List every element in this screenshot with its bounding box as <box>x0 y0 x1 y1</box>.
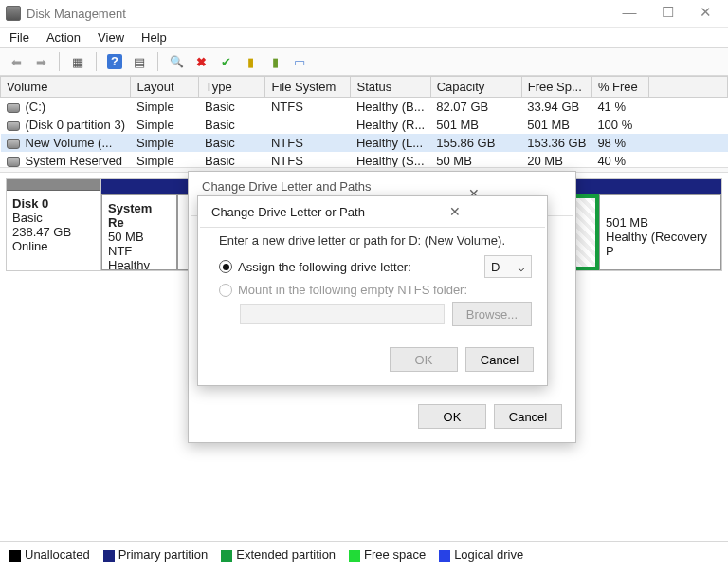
check-button[interactable] <box>215 51 236 72</box>
radio-bullet-icon <box>219 284 232 297</box>
part-line1: 50 MB NTF <box>108 230 144 258</box>
drive-icon <box>7 157 20 167</box>
browse-button: Browse... <box>452 302 532 326</box>
menu-action[interactable]: Action <box>46 30 81 45</box>
part-title: System Re <box>108 201 152 230</box>
disk-type: Basic <box>12 211 43 225</box>
volume-list: Volume Layout Type File System Status Ca… <box>0 76 728 167</box>
radio-assign-letter[interactable]: Assign the following drive letter: D ⌵ <box>219 255 532 278</box>
menu-file[interactable]: File <box>9 30 29 45</box>
dialog-body: Enter a new drive letter or path for D: … <box>198 228 547 338</box>
show-hide-console-tree-button[interactable] <box>67 51 88 72</box>
properties-button[interactable] <box>289 51 310 72</box>
radio-label: Mount in the following empty NTFS folder… <box>238 283 467 297</box>
volume-table[interactable]: Volume Layout Type File System Status Ca… <box>0 76 728 167</box>
table-row[interactable]: (Disk 0 partition 3)SimpleBasicHealthy (… <box>1 116 728 134</box>
menu-bar: File Action View Help <box>0 27 728 47</box>
cancel-button[interactable]: Cancel <box>465 347 534 372</box>
toolbar-divider <box>96 52 97 71</box>
table-row[interactable]: New Volume (...SimpleBasicNTFSHealthy (L… <box>1 134 728 152</box>
change-drive-letter-dialog: Change Drive Letter or Path ✕ Enter a ne… <box>197 195 548 386</box>
dialog-footer: OK Cancel <box>189 395 575 442</box>
col-free[interactable]: Free Sp... <box>521 77 592 98</box>
partition-system-reserved[interactable]: System Re 50 MB NTF Healthy (Sy <box>101 194 177 270</box>
menu-help[interactable]: Help <box>141 30 167 45</box>
help-button[interactable] <box>104 51 125 72</box>
legend-logical: Logical drive <box>439 547 523 562</box>
minimize-button[interactable]: — <box>610 2 648 25</box>
part-line2: Healthy (Recovery P <box>606 230 707 258</box>
col-layout[interactable]: Layout <box>131 77 199 98</box>
back-button[interactable] <box>6 51 27 72</box>
col-status[interactable]: Status <box>351 77 430 98</box>
legend: Unallocated Primary partition Extended p… <box>0 541 728 567</box>
drive-icon <box>7 139 20 149</box>
window-title: Disk Management <box>27 7 610 21</box>
drive-icon <box>7 103 20 113</box>
refresh-button[interactable] <box>166 51 187 72</box>
ok-button[interactable]: OK <box>390 347 458 372</box>
drive-icon <box>7 121 20 131</box>
forward-button[interactable] <box>30 51 51 72</box>
col-pct[interactable]: % Free <box>592 77 648 98</box>
dialog-footer: OK Cancel <box>198 338 547 385</box>
action2-button[interactable] <box>264 51 285 72</box>
dialog-close-icon[interactable]: ✕ <box>373 204 536 219</box>
dialog-title: Change Drive Letter or Path <box>211 205 373 219</box>
ok-button[interactable]: OK <box>418 404 486 429</box>
legend-label: Logical drive <box>454 547 523 562</box>
dialog-instruction: Enter a new drive letter or path for D: … <box>219 233 532 248</box>
legend-label: Unallocated <box>25 547 90 562</box>
legend-extended: Extended partition <box>221 547 336 562</box>
legend-label: Free space <box>364 547 426 562</box>
legend-primary: Primary partition <box>103 547 209 562</box>
delete-button[interactable] <box>191 51 211 72</box>
toolbar <box>0 47 728 76</box>
drive-letter-value: D <box>491 260 500 274</box>
col-capacity[interactable]: Capacity <box>430 77 521 98</box>
disk-header-stripe <box>7 179 100 191</box>
radio-bullet-icon <box>219 260 232 273</box>
disk-info[interactable]: Disk 0 Basic 238.47 GB Online <box>7 179 101 270</box>
table-row[interactable]: System ReservedSimpleBasicNTFSHealthy (S… <box>1 152 728 167</box>
swatch-free <box>349 550 360 562</box>
swatch-primary <box>103 550 115 562</box>
legend-label: Extended partition <box>236 547 336 562</box>
legend-label: Primary partition <box>118 547 209 562</box>
legend-free: Free space <box>349 547 426 562</box>
maximize-button[interactable]: ☐ <box>648 2 686 25</box>
col-spacer <box>648 77 727 98</box>
swatch-unallocated <box>9 550 21 562</box>
disk-label: Disk 0 <box>12 196 48 211</box>
legend-unallocated: Unallocated <box>9 547 90 562</box>
col-fs[interactable]: File System <box>265 77 351 98</box>
disk-size: 238.47 GB <box>12 225 71 239</box>
mount-path-input <box>240 304 445 324</box>
disk-state: Online <box>12 239 48 253</box>
part-line1: 501 MB <box>606 215 648 230</box>
menu-view[interactable]: View <box>98 30 124 45</box>
app-icon <box>6 6 21 21</box>
settings-button[interactable] <box>129 51 150 72</box>
toolbar-divider <box>59 52 60 71</box>
action1-button[interactable] <box>240 51 261 72</box>
toolbar-divider <box>157 52 158 71</box>
partition-recovery[interactable]: 501 MB Healthy (Recovery P <box>599 194 721 270</box>
close-button[interactable]: ✕ <box>686 2 724 25</box>
cancel-button[interactable]: Cancel <box>494 404 562 429</box>
dialog-title-bar[interactable]: Change Drive Letter or Path ✕ <box>198 196 547 227</box>
part-line2: Healthy (Sy <box>108 258 150 270</box>
table-row[interactable]: (C:)SimpleBasicNTFSHealthy (B...82.07 GB… <box>1 98 728 117</box>
radio-mount-folder[interactable]: Mount in the following empty NTFS folder… <box>219 283 532 297</box>
chevron-down-icon: ⌵ <box>518 260 525 274</box>
drive-letter-dropdown[interactable]: D ⌵ <box>484 255 532 278</box>
radio-label: Assign the following drive letter: <box>238 260 411 274</box>
col-type[interactable]: Type <box>199 77 265 98</box>
swatch-logical <box>439 550 450 562</box>
title-bar: Disk Management — ☐ ✕ <box>0 0 728 27</box>
swatch-extended <box>221 550 232 562</box>
col-volume[interactable]: Volume <box>1 77 131 98</box>
